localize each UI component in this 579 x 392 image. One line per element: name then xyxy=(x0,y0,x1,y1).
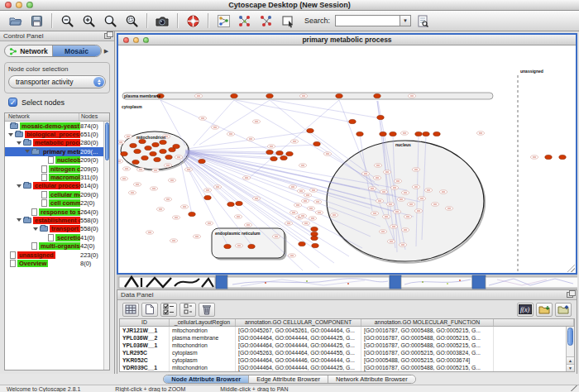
browser-tab-edge[interactable]: Edge Attribute Browser xyxy=(249,375,328,383)
browser-tab-network[interactable]: Network Attribute Browser xyxy=(328,375,415,383)
save-session-button[interactable] xyxy=(26,12,46,30)
window-resize-grip[interactable] xyxy=(571,385,577,391)
tree-row[interactable]: mosaic-demo-yeast874(0) xyxy=(5,122,109,130)
delete-attribute-button[interactable] xyxy=(199,303,215,317)
plugin-annotate-button-2[interactable] xyxy=(256,12,276,30)
plugin-annotate-button-1[interactable] xyxy=(235,12,255,30)
network-node[interactable] xyxy=(173,144,179,148)
network-node[interactable] xyxy=(390,131,396,136)
tree-header-network[interactable]: Network xyxy=(5,113,79,121)
snapshot-button[interactable] xyxy=(152,12,172,30)
zoom-selected-region-button[interactable] xyxy=(122,12,141,30)
tree-scrollbar[interactable] xyxy=(103,122,109,370)
tree-header-nodes[interactable]: Nodes xyxy=(79,113,109,121)
function-builder-button[interactable]: f(x) xyxy=(517,303,534,317)
tab-mosaic[interactable]: Mosaic xyxy=(53,45,101,56)
tree-row[interactable]: nucleobase-209(0) xyxy=(5,156,109,165)
network-node[interactable] xyxy=(266,150,273,154)
tree-row[interactable]: cellular metabo209(0) xyxy=(5,190,109,198)
network-node[interactable] xyxy=(121,151,127,155)
network-node[interactable] xyxy=(280,155,287,160)
column-header[interactable]: annotation.GO CELLULAR_COMPONENT xyxy=(236,319,361,326)
network-node[interactable] xyxy=(204,195,211,199)
network-node[interactable] xyxy=(559,155,566,159)
search-input[interactable] xyxy=(335,15,400,26)
network-node[interactable] xyxy=(139,139,146,143)
column-header[interactable]: ID xyxy=(120,319,170,326)
table-scrollbar-thumb[interactable] xyxy=(567,327,573,346)
network-node[interactable] xyxy=(311,232,318,236)
select-attributes-button[interactable] xyxy=(122,303,139,317)
network-node[interactable] xyxy=(150,151,156,155)
network-node[interactable] xyxy=(433,131,440,136)
network-canvas[interactable]: plasma membranecytoplasmmitochondrionnuc… xyxy=(118,45,576,273)
network-node[interactable] xyxy=(227,202,234,206)
expand-triangle-icon[interactable] xyxy=(17,141,22,145)
float-panel-icon[interactable] xyxy=(104,33,111,39)
network-node[interactable] xyxy=(380,131,386,136)
network-node[interactable] xyxy=(374,93,380,98)
tree-row[interactable]: cell communicat22(0) xyxy=(5,199,109,208)
view-resize-grip[interactable] xyxy=(567,265,575,272)
network-node[interactable] xyxy=(224,244,231,248)
help-button[interactable] xyxy=(183,12,203,30)
network-node[interactable] xyxy=(349,119,356,123)
tree-row[interactable]: Overview8(0) xyxy=(5,259,109,267)
tree-row[interactable]: cellular process614(0) xyxy=(5,182,109,190)
export-attributes-button[interactable] xyxy=(555,303,572,317)
create-attribute-button[interactable] xyxy=(141,303,158,317)
scroll-up-button[interactable]: ▲ xyxy=(567,356,574,364)
browser-tab-node[interactable]: Node Attribute Browser xyxy=(164,375,249,383)
tree-row[interactable]: response to stimulu264(0) xyxy=(5,208,109,216)
tree-row[interactable]: macromolecule311(0) xyxy=(5,173,109,181)
network-node[interactable] xyxy=(276,151,283,155)
network-node[interactable] xyxy=(307,128,313,132)
table-row[interactable]: YPL036W__1mitochondrion[GO:0044464, GO:0… xyxy=(120,342,574,349)
network-node[interactable] xyxy=(311,236,318,240)
open-session-button[interactable] xyxy=(5,12,25,30)
network-node[interactable] xyxy=(199,159,205,163)
network-node[interactable] xyxy=(145,146,151,150)
select-nodes-checkbox[interactable]: ✓ xyxy=(8,98,17,107)
tab-network[interactable]: Network xyxy=(5,45,53,56)
table-row[interactable]: YDR039C__1mitochondrion[GO:0044464, GO:0… xyxy=(120,364,574,371)
table-row[interactable]: YKR052Ccytoplasm[GO:0044464, GO:0044446,… xyxy=(120,356,574,364)
network-node[interactable] xyxy=(231,93,237,98)
attribute-checklist-button[interactable] xyxy=(160,303,177,317)
zoom-fit-button[interactable] xyxy=(100,12,120,30)
network-node[interactable] xyxy=(415,131,422,136)
network-node[interactable] xyxy=(299,241,305,246)
float-data-panel-icon[interactable] xyxy=(567,292,573,298)
network-node[interactable] xyxy=(130,143,136,147)
network-node[interactable] xyxy=(236,201,242,205)
table-row[interactable]: YLR295Ccytoplasm[GO:0045263, GO:0044464,… xyxy=(120,349,574,356)
tree-row[interactable]: primary metab209(... xyxy=(5,147,109,155)
expand-triangle-icon[interactable] xyxy=(8,133,13,136)
search-dropdown-button[interactable]: ▼ xyxy=(400,15,411,26)
tree-row[interactable]: nitrogen compo209(0) xyxy=(5,165,109,173)
column-header[interactable]: annotation.GO MOLECULAR_FUNCTION xyxy=(361,319,494,326)
zoom-in-button[interactable] xyxy=(79,12,98,30)
network-node[interactable] xyxy=(286,151,293,155)
expand-triangle-icon[interactable] xyxy=(17,184,22,188)
tree-row[interactable]: secretion41(0) xyxy=(5,233,109,241)
network-node[interactable] xyxy=(189,212,195,216)
tree-row[interactable]: multi-organism pro42(0) xyxy=(5,241,109,250)
zoom-out-button[interactable] xyxy=(57,12,77,30)
search-options-button[interactable] xyxy=(413,12,433,30)
network-node[interactable] xyxy=(336,93,342,98)
network-node[interactable] xyxy=(545,155,552,159)
network-node[interactable] xyxy=(423,131,429,136)
network-node[interactable] xyxy=(165,155,172,159)
plugin-network-button[interactable] xyxy=(213,12,233,30)
network-node[interactable] xyxy=(152,142,159,146)
network-node[interactable] xyxy=(312,243,318,247)
network-node[interactable] xyxy=(266,93,273,98)
network-node[interactable] xyxy=(154,157,160,161)
tree-scrollbar-thumb[interactable] xyxy=(105,122,109,160)
tree-row[interactable]: transport558(0) xyxy=(5,225,109,233)
network-node[interactable] xyxy=(160,149,166,153)
network-node[interactable] xyxy=(270,156,277,160)
node-color-dropdown[interactable]: transporter activity xyxy=(8,75,106,88)
network-node[interactable] xyxy=(132,160,139,164)
